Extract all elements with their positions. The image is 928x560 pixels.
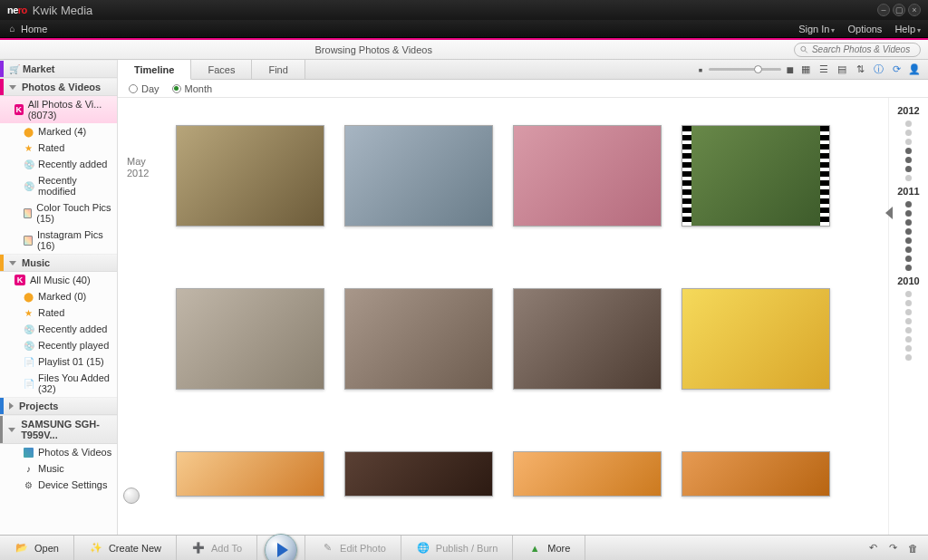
sidebar-item-marked[interactable]: ⬤Marked (4): [0, 123, 117, 140]
sidebar-item-rated[interactable]: ★Rated: [0, 304, 117, 321]
create-new-button[interactable]: ✨ Create New: [74, 536, 177, 560]
sidebar-item-device-settings[interactable]: Device Settings: [0, 477, 117, 493]
timeline-dot[interactable]: [905, 345, 912, 352]
search-box[interactable]: [794, 43, 921, 57]
signin-menu[interactable]: Sign In▾: [798, 24, 835, 34]
timeline-dot[interactable]: [905, 166, 912, 172]
timeline-dot[interactable]: [905, 210, 912, 217]
timeline-dot[interactable]: [905, 175, 912, 181]
minimize-button[interactable]: –: [877, 4, 890, 16]
timeline-dot[interactable]: [905, 336, 912, 343]
refresh-button[interactable]: ⟳: [890, 63, 903, 76]
timeline-dot[interactable]: [905, 309, 912, 315]
sidebar-item-album[interactable]: Instagram Pics (16): [0, 227, 117, 254]
timeline-dot[interactable]: [905, 130, 912, 136]
photo-thumbnail[interactable]: [682, 288, 830, 390]
slider-knob[interactable]: [754, 65, 762, 73]
timeline-year[interactable]: 2011: [897, 186, 919, 197]
view-list-button[interactable]: ☰: [817, 63, 830, 76]
info-button[interactable]: ⓘ: [872, 63, 884, 76]
timeline-dot[interactable]: [905, 256, 912, 262]
sidebar-item-recently-added[interactable]: Recently added: [0, 321, 117, 337]
scroll-handle[interactable]: [123, 488, 140, 504]
photo-thumbnail[interactable]: [682, 451, 830, 497]
timeline-dot[interactable]: [905, 265, 912, 271]
sidebar-cat-market[interactable]: 🛒 Market: [0, 60, 117, 78]
sort-button[interactable]: ⇅: [854, 63, 866, 76]
sidebar-item-rated[interactable]: ★Rated: [0, 140, 117, 156]
timeline-dot[interactable]: [905, 327, 912, 333]
timeline-dot[interactable]: [905, 148, 912, 154]
timeline-dot[interactable]: [905, 228, 912, 235]
timeline-year[interactable]: 2012: [897, 105, 919, 116]
sidebar-item-label: Music: [38, 463, 64, 474]
thumbnail-size-slider[interactable]: [709, 68, 781, 71]
sidebar-item-device-photos[interactable]: Photos & Videos: [0, 444, 117, 460]
options-menu[interactable]: Options: [847, 24, 882, 34]
photo-thumbnail[interactable]: [176, 125, 324, 227]
view-detail-button[interactable]: ▤: [836, 63, 848, 76]
edit-photo-button[interactable]: ✎ Edit Photo: [305, 536, 401, 560]
timeline-dot[interactable]: [905, 246, 912, 253]
tab-faces[interactable]: Faces: [191, 60, 252, 79]
view-grid-button[interactable]: ▦: [799, 63, 812, 76]
photo-thumbnail[interactable]: [344, 451, 493, 497]
photo-thumbnail[interactable]: [513, 451, 662, 497]
timeline-dot[interactable]: [905, 139, 912, 145]
add-to-button[interactable]: ➕ Add To: [177, 536, 257, 560]
play-button[interactable]: [265, 534, 297, 561]
rotate-left-button[interactable]: ↶: [866, 542, 879, 555]
home-button[interactable]: ⌂ Home: [7, 24, 47, 34]
tab-find[interactable]: Find: [252, 60, 304, 79]
group-by-month[interactable]: Month: [172, 83, 213, 94]
sidebar-item-recently-played[interactable]: Recently played: [0, 337, 117, 353]
maximize-button[interactable]: ▢: [893, 4, 905, 16]
timeline-dot[interactable]: [905, 157, 912, 163]
photo-thumbnail[interactable]: [344, 125, 493, 227]
zoom-out-icon[interactable]: ▪: [699, 63, 703, 77]
photo-thumbnail[interactable]: [176, 288, 324, 390]
publish-burn-button[interactable]: 🌐 Publish / Burn: [401, 536, 513, 560]
video-thumbnail[interactable]: [682, 125, 830, 227]
sidebar-item-files-added[interactable]: Files You Added (32): [0, 370, 117, 397]
sidebar-cat-projects[interactable]: Projects: [0, 397, 117, 415]
zoom-in-icon[interactable]: ■: [787, 63, 794, 77]
close-button[interactable]: ×: [908, 4, 921, 16]
trash-button[interactable]: 🗑: [906, 542, 919, 555]
timeline-dot[interactable]: [905, 300, 912, 306]
search-input[interactable]: [812, 44, 914, 54]
timeline-dot[interactable]: [905, 237, 912, 244]
more-button[interactable]: ▲ More: [513, 536, 585, 560]
sidebar-item-recently-modified[interactable]: Recently modified: [0, 172, 117, 199]
timeline-dot[interactable]: [905, 121, 912, 127]
sidebar-item-marked[interactable]: ⬤Marked (0): [0, 288, 117, 304]
sidebar-item-album[interactable]: Color Touch Pics (15): [0, 199, 117, 227]
group-by-day[interactable]: Day: [129, 83, 160, 94]
timeline-rail[interactable]: 2012 2011 2010: [888, 98, 928, 535]
user-button[interactable]: 👤: [908, 63, 921, 76]
photo-thumbnail[interactable]: [513, 125, 662, 227]
sidebar-cat-music[interactable]: Music: [0, 254, 117, 272]
timeline-dot[interactable]: [905, 354, 912, 361]
timeline-marker[interactable]: [885, 207, 893, 219]
sidebar-item-device-music[interactable]: Music: [0, 460, 117, 477]
photo-thumbnail[interactable]: [176, 451, 324, 497]
sidebar-cat-photos-videos[interactable]: Photos & Videos: [0, 78, 117, 96]
photo-thumbnail[interactable]: [513, 288, 662, 390]
sidebar-cat-device[interactable]: SAMSUNG SGH-T959V...: [0, 415, 117, 444]
sidebar-item-recently-added[interactable]: Recently added: [0, 156, 117, 172]
timeline-dot[interactable]: [905, 318, 912, 324]
thumbnail-grid[interactable]: May 2012: [118, 98, 888, 535]
timeline-dot[interactable]: [905, 291, 912, 297]
sidebar-item-all-photos[interactable]: K All Photos & Vi... (8073): [0, 96, 117, 123]
rotate-right-button[interactable]: ↷: [886, 542, 899, 555]
help-menu[interactable]: Help▾: [894, 24, 921, 34]
sidebar-item-all-music[interactable]: K All Music (40): [0, 272, 117, 288]
open-button[interactable]: 📂 Open: [0, 536, 74, 560]
tab-timeline[interactable]: Timeline: [118, 60, 191, 80]
timeline-year[interactable]: 2010: [897, 275, 919, 286]
timeline-dot[interactable]: [905, 201, 912, 208]
sidebar-item-playlist[interactable]: Playlist 01 (15): [0, 353, 117, 370]
photo-thumbnail[interactable]: [344, 288, 493, 390]
timeline-dot[interactable]: [905, 219, 912, 226]
